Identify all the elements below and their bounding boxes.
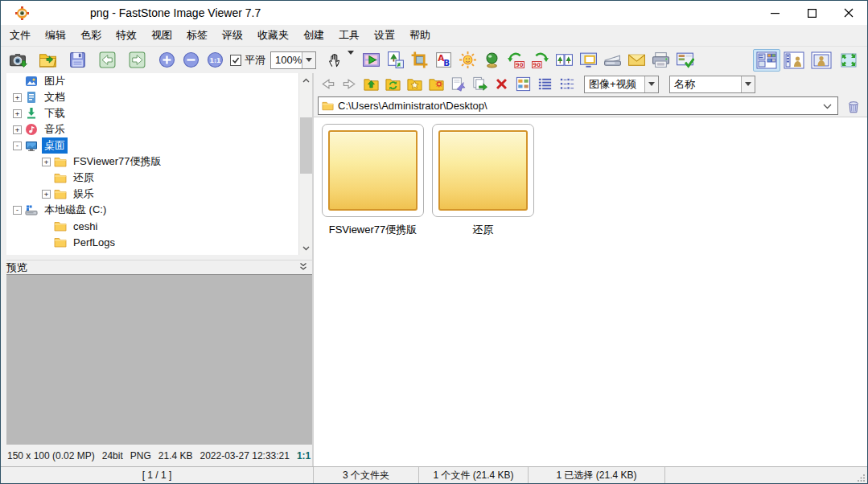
annotate-button[interactable]: A B [431, 49, 455, 72]
sort-dropdown-arrow[interactable] [741, 76, 755, 92]
tree-item-ceshi[interactable]: ceshi [6, 218, 312, 234]
expander-plus-icon[interactable]: + [13, 125, 22, 134]
tree-item-downloads[interactable]: + 下载 [6, 105, 312, 121]
print-button[interactable] [648, 49, 673, 72]
forward-button[interactable] [339, 75, 360, 94]
smooth-checkbox[interactable]: 平滑 [230, 53, 265, 68]
file-filter-select[interactable]: 图像+视频 [584, 76, 659, 93]
thumbnails-view-button[interactable] [512, 75, 534, 94]
resize-grip-icon[interactable] [858, 474, 866, 482]
expander-plus-icon[interactable]: + [42, 158, 51, 166]
tree-item-music[interactable]: + 音乐 [6, 121, 312, 137]
menu-colors[interactable]: 色彩 [73, 25, 109, 46]
back-button[interactable] [317, 75, 339, 94]
filter-dropdown-arrow[interactable] [644, 76, 658, 92]
photo-acquire-button[interactable] [6, 49, 30, 72]
view-full-button[interactable] [808, 49, 835, 72]
actual-size-button[interactable]: 1:1 [203, 49, 227, 72]
open-file-button[interactable] [35, 49, 60, 72]
menu-view[interactable]: 视图 [144, 25, 179, 46]
tree-item-documents[interactable]: + 文档 [6, 89, 312, 105]
tree-item-pictures[interactable]: 图片 [6, 73, 312, 89]
tree-item-perflogs[interactable]: PerfLogs [6, 234, 312, 250]
scroll-up-icon[interactable] [299, 73, 312, 87]
folder-item-huanyuan[interactable]: 还原 [432, 124, 534, 237]
copy-to-button[interactable] [469, 75, 491, 94]
move-to-button[interactable] [447, 75, 469, 94]
menu-tools[interactable]: 工具 [331, 25, 367, 46]
menu-create[interactable]: 创建 [296, 25, 331, 46]
hand-tool-button[interactable] [323, 49, 347, 72]
image-size: 21.4 KB [158, 450, 193, 461]
zoom-out-button[interactable] [179, 49, 203, 72]
scan-button[interactable] [600, 49, 624, 72]
address-dropdown-icon[interactable] [823, 100, 832, 112]
address-bar[interactable]: C:\Users\Administrator\Desktop\ [318, 96, 838, 115]
crop-button[interactable] [407, 49, 431, 72]
expander-minus-icon[interactable]: - [13, 206, 22, 215]
tree-item-desktop[interactable]: - 桌面 [6, 137, 312, 154]
scroll-down-icon[interactable] [299, 241, 312, 255]
expander-plus-icon[interactable]: + [42, 190, 51, 199]
email-button[interactable] [624, 49, 648, 72]
menu-file[interactable]: 文件 [2, 25, 38, 46]
menu-edit[interactable]: 编辑 [38, 25, 73, 46]
settings-check-button[interactable] [673, 49, 697, 72]
folder-thumbnail[interactable] [432, 124, 534, 217]
menu-favorites[interactable]: 收藏夹 [250, 25, 296, 46]
up-folder-button[interactable] [360, 75, 382, 94]
expander-plus-icon[interactable]: + [13, 93, 22, 102]
adjust-colors-button[interactable] [455, 49, 479, 72]
rotate-right-button[interactable]: 90 [528, 49, 552, 72]
details-view-button[interactable] [534, 75, 556, 94]
tree-item-fsviewer77[interactable]: + FSViewer77便携版 [6, 154, 312, 170]
save-icon [68, 51, 87, 69]
tree-scrollbar[interactable] [298, 73, 312, 255]
expander-minus-icon[interactable]: - [13, 142, 22, 150]
menu-help[interactable]: 帮助 [402, 25, 438, 46]
move-to-folder-icon [450, 76, 467, 92]
next-image-button[interactable] [125, 49, 149, 72]
resize-button[interactable] [383, 49, 407, 72]
image-view-icon [811, 51, 832, 69]
new-folder-button[interactable] [426, 75, 447, 94]
screen-capture-icon [579, 51, 598, 69]
capture-button[interactable] [576, 49, 600, 72]
menu-rating[interactable]: 评级 [215, 25, 250, 46]
scrollbar-thumb[interactable] [300, 117, 312, 174]
menu-bar: 文件 编辑 色彩 特效 视图 标签 评级 收藏夹 创建 工具 设置 帮助 [1, 25, 867, 47]
save-button[interactable] [65, 49, 89, 72]
expander-plus-icon[interactable]: + [13, 109, 22, 118]
menu-tag[interactable]: 标签 [179, 25, 215, 46]
maximize-button[interactable] [793, 1, 830, 25]
tree-item-drive-c[interactable]: - 本地磁盘 (C:) [6, 202, 312, 218]
previous-image-button[interactable] [95, 49, 119, 72]
minimize-button[interactable] [756, 1, 793, 25]
recycle-bin-button[interactable] [843, 96, 864, 116]
collapse-preview-icon[interactable] [299, 262, 307, 273]
thumbnails-view-icon [515, 76, 532, 92]
close-button[interactable] [830, 1, 867, 25]
folder-item-fsviewer77[interactable]: FSViewer77便携版 [322, 124, 424, 237]
slideshow-button[interactable] [359, 49, 383, 72]
compare-button[interactable] [552, 49, 576, 72]
list-view-button[interactable] [556, 75, 578, 94]
favorites-button[interactable] [404, 75, 426, 94]
screen-color-picker-button[interactable] [479, 49, 504, 72]
refresh-folder-button[interactable] [382, 75, 404, 94]
delete-button[interactable] [491, 75, 512, 94]
tree-item-huanyuan[interactable]: 还原 [6, 170, 312, 186]
zoom-dropdown-arrow[interactable] [302, 52, 315, 68]
folder-thumbnail[interactable] [322, 124, 424, 217]
view-thumb-strip-button[interactable] [780, 49, 808, 72]
zoom-level-select[interactable]: 100% [270, 51, 316, 69]
tree-item-yule[interactable]: + 娱乐 [6, 186, 312, 202]
sort-select[interactable]: 名称 [669, 76, 755, 93]
view-fullscreen-button[interactable] [835, 49, 862, 72]
zoom-in-button[interactable] [154, 49, 179, 72]
view-browser-button[interactable] [753, 49, 780, 72]
menu-settings[interactable]: 设置 [367, 25, 402, 46]
hand-tool-dropdown-arrow[interactable] [348, 55, 354, 66]
rotate-left-button[interactable]: 90 [504, 49, 528, 72]
menu-effects[interactable]: 特效 [109, 25, 144, 46]
